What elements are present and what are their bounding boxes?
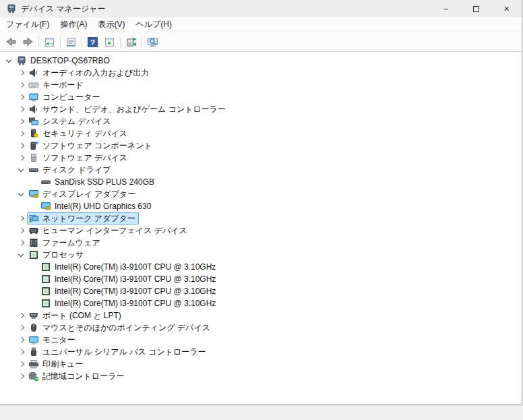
tree-item-label: プロセッサ <box>42 249 84 260</box>
chevron-down-icon[interactable] <box>4 55 15 66</box>
chevron-right-icon[interactable] <box>16 67 27 78</box>
tree-item-content: ネットワーク アダプター <box>27 212 139 224</box>
chevron-right-icon[interactable] <box>16 80 27 90</box>
tree-item-label: キーボード <box>42 80 84 90</box>
menu-item-2[interactable]: 表示(V) <box>92 18 130 32</box>
tree-item-content: ポート (COM と LPT) <box>27 309 125 322</box>
tree-item-computer-desktop-qs67rbo[interactable]: DESKTOP-QS67RBO <box>0 55 522 67</box>
tree-item-disk-drives[interactable]: ディスク ドライブ <box>0 164 522 176</box>
chevron-placeholder <box>28 286 39 297</box>
tree-item-cpu-1[interactable]: Intel(R) Core(TM) i3-9100T CPU @ 3.10GHz <box>0 273 522 285</box>
tree-item-content: オーディオの入力および出力 <box>27 67 152 79</box>
tree-item-computers[interactable]: コンピューター <box>0 91 522 103</box>
action-pane-button[interactable] <box>101 34 118 51</box>
update-driver-button[interactable] <box>123 34 140 51</box>
svg-text:?: ? <box>90 37 95 46</box>
chevron-right-icon[interactable] <box>16 116 27 127</box>
display-icon <box>28 189 39 200</box>
chevron-right-icon[interactable] <box>16 310 27 321</box>
tree-item-label: ヒューマン インターフェイス デバイス <box>42 225 187 236</box>
disk-icon <box>28 164 39 175</box>
show-console-tree-button[interactable] <box>41 34 58 51</box>
tree-item-label: SanDisk SSD PLUS 240GB <box>55 177 154 187</box>
chevron-right-icon[interactable] <box>16 104 27 115</box>
menu-item-0[interactable]: ファイル(F) <box>1 18 55 32</box>
chevron-right-icon[interactable] <box>16 371 27 382</box>
chevron-right-icon[interactable] <box>16 128 27 139</box>
scan-hardware-changes-button[interactable] <box>144 34 161 51</box>
toolbar-separator <box>60 36 61 48</box>
tree-item-keyboards[interactable]: キーボード <box>0 79 522 91</box>
tree-item-print-queues[interactable]: 印刷キュー <box>0 358 522 370</box>
tree-item-system-devices[interactable]: システム デバイス <box>0 115 522 127</box>
help-button[interactable]: ? <box>84 34 101 51</box>
tree-item-storage-controllers[interactable]: 記憶域コントローラー <box>0 370 522 382</box>
cpu-icon <box>40 262 51 272</box>
properties-button[interactable] <box>63 34 80 51</box>
tree-item-sound-video-game-controllers[interactable]: サウンド、ビデオ、およびゲーム コントローラー <box>0 103 522 115</box>
tree-item-cpu-3[interactable]: Intel(R) Core(TM) i3-9100T CPU @ 3.10GHz <box>0 297 522 309</box>
tree-item-cpu-2[interactable]: Intel(R) Core(TM) i3-9100T CPU @ 3.10GHz <box>0 285 522 297</box>
chevron-placeholder <box>28 274 39 284</box>
tree-item-label: コンピューター <box>42 92 100 102</box>
tree-item-content: Intel(R) Core(TM) i3-9100T CPU @ 3.10GHz <box>39 297 219 309</box>
titlebar: デバイス マネージャー − × <box>0 0 522 18</box>
menu-item-3[interactable]: ヘルプ(H) <box>130 18 177 32</box>
arrow-right-icon <box>22 36 34 48</box>
tree-item-mice-pointing-devices[interactable]: マウスとそのほかのポインティング デバイス <box>0 322 522 334</box>
chevron-right-icon[interactable] <box>16 322 27 333</box>
window-title: デバイス マネージャー <box>21 3 106 15</box>
tree-item-cpu-0[interactable]: Intel(R) Core(TM) i3-9100T CPU @ 3.10GHz <box>0 261 522 273</box>
tree-item-intel-uhd-630[interactable]: Intel(R) UHD Graphics 630 <box>0 200 522 212</box>
audio-icon <box>28 67 39 78</box>
tree-item-usb-controllers[interactable]: ユニバーサル シリアル バス コントローラー <box>0 346 522 358</box>
tree-item-software-components[interactable]: ソフトウェア コンポーネント <box>0 140 522 152</box>
tree-item-firmware[interactable]: ファームウェア <box>0 237 522 249</box>
sw-device-icon <box>28 152 39 163</box>
chevron-right-icon[interactable] <box>16 334 27 345</box>
tree-item-sandisk-ssd[interactable]: SanDisk SSD PLUS 240GB <box>0 176 522 188</box>
chevron-right-icon[interactable] <box>16 140 27 151</box>
chevron-right-icon[interactable] <box>16 213 27 224</box>
maximize-button[interactable] <box>461 0 491 18</box>
chevron-right-icon[interactable] <box>16 225 27 236</box>
chevron-right-icon[interactable] <box>16 237 27 248</box>
close-button[interactable]: × <box>491 0 522 18</box>
tree-item-display-adapters[interactable]: ディスプレイ アダプター <box>0 188 522 200</box>
tree-item-monitors[interactable]: モニター <box>0 334 522 346</box>
chevron-right-icon[interactable] <box>16 92 27 102</box>
firmware-icon <box>28 237 39 248</box>
toolbar-separator <box>120 36 121 48</box>
close-icon: × <box>503 3 509 14</box>
chevron-right-icon[interactable] <box>16 359 27 369</box>
chevron-right-icon[interactable] <box>16 152 27 163</box>
forward-button[interactable] <box>20 34 36 51</box>
chevron-down-icon[interactable] <box>16 164 27 175</box>
device-manager-window: デバイス マネージャー − × ファイル(F)操作(A)表示(V)ヘルプ(H) … <box>0 0 522 404</box>
back-button[interactable] <box>3 34 20 51</box>
chevron-down-icon[interactable] <box>16 189 27 200</box>
tree-item-label: 記憶域コントローラー <box>42 371 124 382</box>
menu-item-1[interactable]: 操作(A) <box>55 18 92 32</box>
tree-item-label: Intel(R) UHD Graphics 630 <box>55 201 151 212</box>
cpu-icon <box>28 249 39 260</box>
tree-item-content: コンピューター <box>27 91 103 103</box>
chevron-down-icon[interactable] <box>16 249 27 260</box>
tree-item-ports-com-lpt[interactable]: ポート (COM と LPT) <box>0 309 522 322</box>
tree-item-content: Intel(R) UHD Graphics 630 <box>39 200 154 212</box>
tree-item-audio-inputs-outputs[interactable]: オーディオの入力および出力 <box>0 67 522 79</box>
console-tree-icon <box>44 36 55 48</box>
window-controls: − × <box>431 0 522 18</box>
tree-item-label: ソフトウェア コンポーネント <box>42 140 152 151</box>
tree-item-label: ファームウェア <box>42 237 100 248</box>
minimize-button[interactable]: − <box>431 0 461 18</box>
tree-item-human-interface-devices[interactable]: ヒューマン インターフェイス デバイス <box>0 224 522 237</box>
tree-item-network-adapters[interactable]: ネットワーク アダプター <box>0 212 522 224</box>
tree-item-processors[interactable]: プロセッサ <box>0 249 522 261</box>
maximize-icon <box>473 6 479 12</box>
device-manager-app-icon <box>6 3 17 14</box>
tree-item-software-devices[interactable]: ソフトウェア デバイス <box>0 152 522 164</box>
tree-item-security-devices[interactable]: セキュリティ デバイス <box>0 127 522 140</box>
chevron-right-icon[interactable] <box>16 347 27 357</box>
properties-icon <box>65 36 77 48</box>
